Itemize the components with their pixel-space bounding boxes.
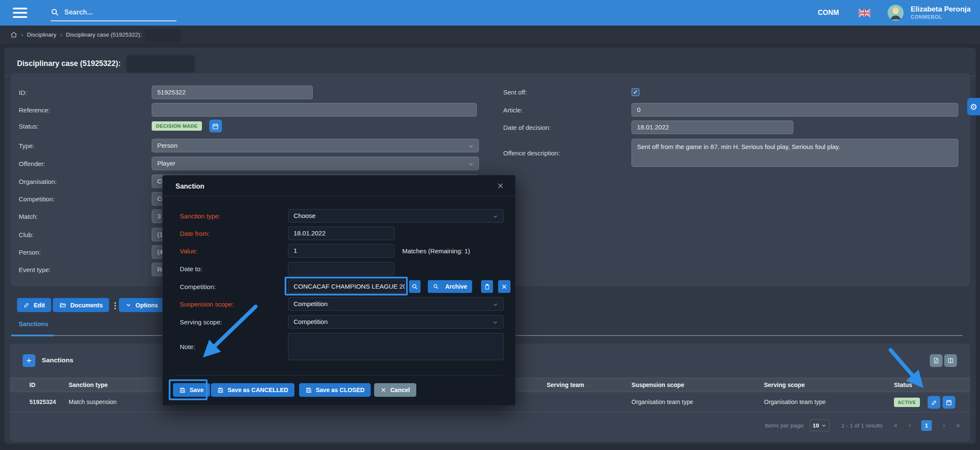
archive-search-button[interactable]: Archive xyxy=(428,280,472,293)
avatar[interactable] xyxy=(888,5,904,21)
language-flag-icon[interactable] xyxy=(859,9,870,17)
offence-description-field[interactable]: Sent off from the game in 87. min H. Ser… xyxy=(631,139,958,167)
org-code-label[interactable]: CONM xyxy=(818,9,839,17)
edit-button[interactable]: Edit xyxy=(17,298,51,312)
calendar-icon xyxy=(212,123,219,130)
topbar-right: CONM Elizab xyxy=(818,5,971,21)
value-input[interactable]: 1 xyxy=(288,244,395,258)
user-block[interactable]: Elizabeta Peronja CONMEBOL xyxy=(911,5,971,20)
sanction-modal: Sanction Sanction type: Choose Date from… xyxy=(162,175,516,406)
save-icon xyxy=(217,387,224,393)
col-header-sanction-type[interactable]: Sanction type xyxy=(69,381,108,388)
sanction-type-select[interactable]: Choose xyxy=(288,209,504,223)
cell-serving-scope: Organisation team type xyxy=(764,398,826,405)
pagination: Items per page: 10 1 - 1 of 1 results « … xyxy=(765,419,960,431)
cell-suspension-scope: Organisation team type xyxy=(631,398,693,405)
id-field[interactable]: 51925322 xyxy=(152,86,313,99)
columns-toggle-button[interactable] xyxy=(944,354,957,367)
breadcrumb-item-disciplinary[interactable]: Disciplinary xyxy=(27,32,56,38)
chevron-down-icon xyxy=(492,213,499,220)
divider xyxy=(175,375,503,375)
search-icon xyxy=(412,284,418,290)
row-edit-button[interactable] xyxy=(928,396,940,409)
save-as-closed-button[interactable]: Save as CLOSED xyxy=(299,383,371,397)
serving-scope-select[interactable]: Competition xyxy=(288,315,504,329)
chevron-down-icon xyxy=(492,319,499,326)
competition-input[interactable]: CONCACAF CHAMPIONS LEAGUE 2021 xyxy=(288,280,405,293)
pagination-range: 1 - 1 of 1 results xyxy=(842,422,883,429)
more-actions-icon[interactable]: ⋮ xyxy=(111,301,119,310)
label-value: Value: xyxy=(180,247,288,255)
clear-competition-button[interactable] xyxy=(498,280,510,293)
col-header-id[interactable]: ID xyxy=(29,381,35,388)
save-icon xyxy=(179,387,186,393)
documents-button[interactable]: Documents xyxy=(53,298,109,312)
pagination-next-button[interactable]: › xyxy=(943,421,945,429)
date-to-input[interactable] xyxy=(288,262,395,275)
breadcrumb: › Disciplinary › Disciplinary case (5192… xyxy=(0,26,980,44)
competition-search-button[interactable] xyxy=(409,280,421,293)
settings-panel-toggle[interactable]: ⚙ xyxy=(967,98,980,115)
chevron-down-icon xyxy=(468,143,474,149)
export-excel-button[interactable] xyxy=(930,354,943,367)
offender-select[interactable]: Player xyxy=(152,157,479,170)
chevron-down-icon xyxy=(125,302,132,308)
search-input[interactable] xyxy=(64,9,162,16)
paste-button[interactable] xyxy=(481,280,493,293)
search-icon xyxy=(51,8,59,17)
home-icon[interactable] xyxy=(10,31,17,38)
save-button[interactable]: Save xyxy=(173,383,210,397)
cell-sanction-type: Match suspension xyxy=(69,398,117,405)
cell-id: 51925324 xyxy=(29,398,56,405)
decision-date-field[interactable]: 18.01.2022 xyxy=(631,120,793,134)
reference-field[interactable] xyxy=(152,103,477,117)
chevron-down-icon xyxy=(821,423,827,428)
date-from-input[interactable]: 18.01.2022 xyxy=(288,226,395,240)
suspension-scope-select[interactable]: Competition xyxy=(288,297,504,311)
label-competition: Competition: xyxy=(180,283,288,290)
breadcrumb-item-case[interactable]: Disciplinary case (51925322): xyxy=(66,32,142,38)
tab-active-indicator xyxy=(11,335,55,336)
col-header-status[interactable]: Status xyxy=(894,381,912,388)
article-field[interactable]: 0 xyxy=(631,103,958,117)
col-header-suspension-scope[interactable]: Suspension scope xyxy=(631,381,684,388)
field-label-decision-date: Date of decision: xyxy=(503,124,631,131)
options-button[interactable]: Options xyxy=(119,298,164,312)
label-serving-scope: Serving scope: xyxy=(180,318,288,326)
field-label-status: Status: xyxy=(19,123,152,130)
field-label-id: ID: xyxy=(19,89,152,96)
col-header-serving-team[interactable]: Serving team xyxy=(547,381,584,388)
calendar-icon xyxy=(945,399,952,406)
sent-off-checkbox[interactable]: ✓ xyxy=(631,88,640,96)
items-per-page-select[interactable]: 10 xyxy=(810,419,830,431)
add-sanction-button[interactable] xyxy=(23,354,35,367)
pagination-page-1[interactable]: 1 xyxy=(921,420,932,431)
menu-icon[interactable] xyxy=(13,8,27,18)
field-label-offender: Offender: xyxy=(19,160,152,167)
pagination-prev-button[interactable]: ‹ xyxy=(908,421,911,429)
col-header-serving-scope[interactable]: Serving scope xyxy=(764,381,805,388)
user-organisation: CONMEBOL xyxy=(911,14,971,20)
divider xyxy=(163,196,515,196)
note-textarea[interactable] xyxy=(288,333,504,360)
pagination-first-button[interactable]: « xyxy=(894,421,898,429)
save-as-cancelled-button[interactable]: Save as CANCELLED xyxy=(211,383,294,397)
status-badge: DECISION MADE xyxy=(152,121,202,131)
modal-close-icon[interactable] xyxy=(497,182,504,189)
chevron-down-icon xyxy=(492,301,499,308)
columns-icon xyxy=(947,357,954,364)
cancel-button[interactable]: Cancel xyxy=(374,383,416,397)
row-history-button[interactable] xyxy=(943,396,955,409)
pagination-last-button[interactable]: » xyxy=(956,421,960,429)
tab-sanctions[interactable]: Sanctions xyxy=(19,321,48,327)
gear-icon: ⚙ xyxy=(970,102,977,112)
close-icon xyxy=(501,284,507,290)
global-search xyxy=(51,4,176,21)
plus-icon xyxy=(26,357,32,364)
pencil-icon xyxy=(931,399,937,406)
field-label-reference: Reference: xyxy=(19,106,152,114)
field-label-match: Match: xyxy=(19,213,152,220)
type-select[interactable]: Person xyxy=(152,139,479,152)
file-export-icon xyxy=(933,357,940,364)
status-history-button[interactable] xyxy=(209,120,222,132)
